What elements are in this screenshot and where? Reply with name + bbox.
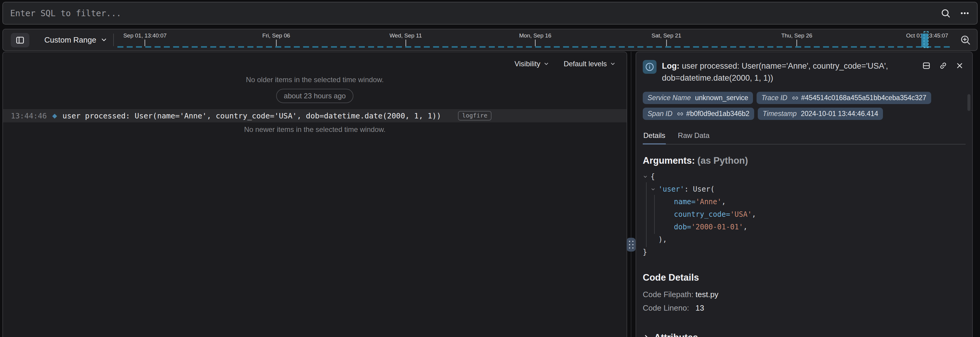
- time-range-label: Custom Range: [45, 35, 96, 45]
- timeline-tick-label: Sat, Sep 21: [651, 32, 681, 39]
- code-detail-row: Code Lineno:13: [643, 301, 966, 315]
- badge-value: 2024-10-01 13:44:46.414: [801, 110, 878, 118]
- no-older-items-text: No older items in the selected time wind…: [3, 75, 627, 84]
- arguments-heading: Arguments: (as Python): [643, 155, 966, 166]
- badge-value: unknown_service: [695, 94, 748, 102]
- code-token: '2000-01-01': [691, 221, 743, 233]
- detail-title: Log:user processed: User(name='Anne', co…: [662, 60, 926, 84]
- timeline-tick-mark: [276, 40, 277, 46]
- code-line: 'user': User(: [643, 183, 966, 195]
- timeline-tick: Sat, Sep 21: [651, 32, 681, 46]
- timeline-tick-label: Thu, Sep 26: [781, 32, 813, 39]
- arguments-code-tree: {'user': User(name='Anne',country_code='…: [643, 170, 966, 259]
- detail-tabs: DetailsRaw Data: [643, 129, 966, 145]
- detail-header: Log:user processed: User(name='Anne', co…: [643, 60, 966, 84]
- sidebar-toggle-button[interactable]: [11, 33, 29, 47]
- detail-badge[interactable]: Service Nameunknown_service: [643, 92, 753, 104]
- code-token: name=: [674, 195, 695, 208]
- log-list-toolbar: Visibility Default levels: [3, 52, 627, 75]
- timeline-zoom-in-icon[interactable]: [959, 34, 971, 46]
- search-icon[interactable]: [940, 8, 951, 18]
- timeline-selection-region[interactable]: [924, 31, 929, 48]
- ellipsis-menu-icon[interactable]: [959, 8, 970, 18]
- timeline-tick-mark: [145, 40, 145, 46]
- code-line: ),: [643, 233, 966, 246]
- attributes-toggle[interactable]: Attributes: [643, 332, 966, 337]
- indent-guide: [646, 182, 647, 247]
- timeline-tick-mark: [406, 40, 406, 46]
- log-row-tag: logfire: [458, 111, 492, 121]
- code-token: country_code=: [674, 208, 730, 221]
- collapse-chevron-icon[interactable]: [651, 187, 658, 192]
- detail-title-prefix: Log:: [662, 61, 679, 70]
- code-line: }: [643, 246, 966, 259]
- timeline-activity-dashes: [118, 46, 953, 48]
- info-level-icon: [643, 60, 657, 74]
- copy-link-icon[interactable]: [939, 61, 948, 70]
- detail-badge[interactable]: Timestamp2024-10-01 13:44:46.414: [758, 108, 883, 120]
- badge-value: #454514c0168a455a51bb4ceba354c327: [801, 94, 926, 102]
- timeline-histogram[interactable]: Sep 01, 13:40:07Fri, Sep 06Wed, Sep 11Mo…: [118, 29, 953, 50]
- panel-resize-handle[interactable]: [627, 238, 636, 252]
- collapse-chevron-icon[interactable]: [643, 174, 651, 179]
- code-token: 'Anne': [695, 195, 722, 208]
- sql-filter-bar: [2, 2, 978, 25]
- badge-label: Service Name: [648, 94, 690, 102]
- timeline-tick: Thu, Sep 26: [781, 32, 813, 46]
- timeline-tick: Mon, Sep 16: [519, 32, 551, 46]
- chevron-right-icon: [643, 334, 650, 337]
- default-levels-dropdown[interactable]: Default levels: [564, 60, 616, 68]
- panel-left-icon: [15, 35, 25, 45]
- visibility-label: Visibility: [515, 60, 540, 68]
- chevron-down-icon: [543, 61, 549, 67]
- badge-label: Timestamp: [762, 110, 797, 118]
- timeline-tick: Sep 01, 13:40:07: [123, 32, 167, 46]
- timeline-bar: Custom Range Sep 01, 13:40:07Fri, Sep 06…: [2, 29, 978, 51]
- link-icon: [676, 110, 684, 118]
- tab-raw-data[interactable]: Raw Data: [677, 129, 710, 144]
- arguments-heading-suffix: (as Python): [698, 155, 748, 166]
- visibility-dropdown[interactable]: Visibility: [515, 60, 549, 68]
- timeline-tick: Fri, Sep 06: [262, 32, 290, 46]
- timeline-tick-label: Mon, Sep 16: [519, 32, 551, 39]
- no-newer-items-text: No newer items in the selected time wind…: [3, 125, 627, 134]
- badge-value: #b0f0d9ed1ab346b2: [686, 110, 749, 118]
- chevron-down-icon: [100, 36, 108, 43]
- code-token: 'USA': [730, 208, 752, 221]
- log-detail-panel: Log:user processed: User(name='Anne', co…: [636, 51, 973, 337]
- detail-badges: Service Nameunknown_serviceTrace ID#4545…: [643, 92, 960, 120]
- code-detail-label: Code Lineno:: [643, 301, 695, 315]
- code-details-heading: Code Details: [643, 272, 966, 283]
- timeline-tick-label: Sep 01, 13:40:07: [123, 32, 167, 39]
- code-token: 'user': [658, 183, 684, 195]
- panel-layout-icon[interactable]: [922, 61, 931, 70]
- log-row[interactable]: 13:44:46 ◆ user processed: User(name='An…: [3, 109, 627, 122]
- sql-filter-input[interactable]: [10, 8, 940, 18]
- default-levels-label: Default levels: [564, 60, 607, 68]
- code-token: :: [684, 183, 693, 195]
- code-token: ,: [722, 195, 726, 208]
- timeline-tick-label: Fri, Sep 06: [262, 32, 290, 39]
- code-details-rows: Code Filepath:test.pyCode Lineno:13: [643, 288, 966, 315]
- divider: [113, 34, 114, 46]
- code-lines: {'user': User(name='Anne',country_code='…: [643, 170, 966, 259]
- timeline-tick-label: Wed, Sep 11: [390, 32, 422, 39]
- code-line: country_code='USA',: [643, 208, 966, 221]
- badge-label: Trace ID: [761, 94, 787, 102]
- timeline-tick-mark: [796, 40, 797, 46]
- attributes-heading-text: Attributes: [654, 332, 698, 337]
- code-token: ,: [743, 221, 747, 233]
- tab-details[interactable]: Details: [643, 129, 666, 144]
- code-token: ),: [658, 233, 667, 246]
- detail-badge[interactable]: Span ID#b0f0d9ed1ab346b2: [643, 108, 754, 120]
- code-detail-row: Code Filepath:test.py: [643, 288, 966, 301]
- scrollbar-thumb[interactable]: [967, 94, 970, 111]
- code-token: User(: [693, 183, 714, 195]
- panel-divider: [631, 51, 632, 337]
- time-range-selector[interactable]: Custom Range: [45, 29, 108, 50]
- close-icon[interactable]: [955, 61, 964, 70]
- detail-badge[interactable]: Trace ID#454514c0168a455a51bb4ceba354c32…: [757, 92, 931, 104]
- code-detail-value: test.py: [695, 288, 719, 301]
- arguments-heading-text: Arguments:: [643, 155, 695, 166]
- code-token: }: [643, 246, 647, 259]
